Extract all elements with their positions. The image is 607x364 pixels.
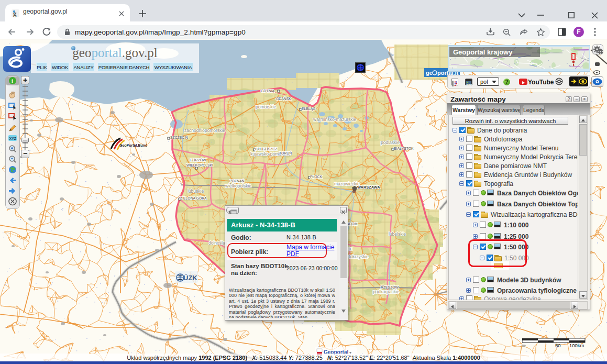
svg-text:lubuskie: lubuskie xyxy=(187,189,204,194)
svg-text:SZCZECIN: SZCZECIN xyxy=(170,136,188,139)
svg-text:GDYNIA: GDYNIA xyxy=(261,89,275,93)
svg-text:GeoPortal.Bund: GeoPortal.Bund xyxy=(119,144,147,147)
svg-text:ge: ge xyxy=(426,70,433,76)
svg-text:warmińsko-mazurskie: warmińsko-mazurskie xyxy=(313,117,356,122)
svg-text:zachodniopomorskie: zachodniopomorskie xyxy=(184,128,225,133)
svg-text:WARSZAWA: WARSZAWA xyxy=(357,185,380,190)
svg-text:lubelskie: lubelskie xyxy=(389,231,406,237)
svg-text:pomorskie: pomorskie xyxy=(256,104,276,109)
svg-text:POZNAŃ: POZNAŃ xyxy=(229,179,244,183)
svg-text:XYZ: XYZ xyxy=(9,137,17,140)
svg-text:BYDGOSZCZ: BYDGOSZCZ xyxy=(255,147,277,151)
svg-text:GORZÓW: GORZÓW xyxy=(190,158,206,162)
svg-text:i: i xyxy=(12,78,13,84)
svg-text:ÚZK: ÚZK xyxy=(183,274,197,282)
svg-text:PŁOCK: PŁOCK xyxy=(310,175,323,179)
svg-text:ZIELONA GÓRA: ZIELONA GÓRA xyxy=(180,196,207,200)
svg-text:TORUŃ: TORUŃ xyxy=(279,151,292,155)
svg-text:podlaskie: podlaskie xyxy=(381,140,400,145)
svg-text:mazowieckie: mazowieckie xyxy=(334,181,360,186)
svg-text:WIELKOPOLSKI: WIELKOPOLSKI xyxy=(186,163,213,167)
svg-text:WMS: WMS xyxy=(466,83,472,86)
svg-text:RZESZÓW: RZESZÓW xyxy=(381,285,399,289)
svg-text:podkarpackie: podkarpackie xyxy=(373,289,400,294)
svg-text:wielkopolskie: wielkopolskie xyxy=(225,183,251,189)
svg-text:tokrzyskie: tokrzyskie xyxy=(349,254,369,259)
svg-text:BIAŁYSTOK: BIAŁYSTOK xyxy=(394,147,414,150)
svg-text:GDAŃSK: GDAŃSK xyxy=(276,96,291,101)
svg-text:ELBLĄG: ELBLĄG xyxy=(302,107,315,111)
